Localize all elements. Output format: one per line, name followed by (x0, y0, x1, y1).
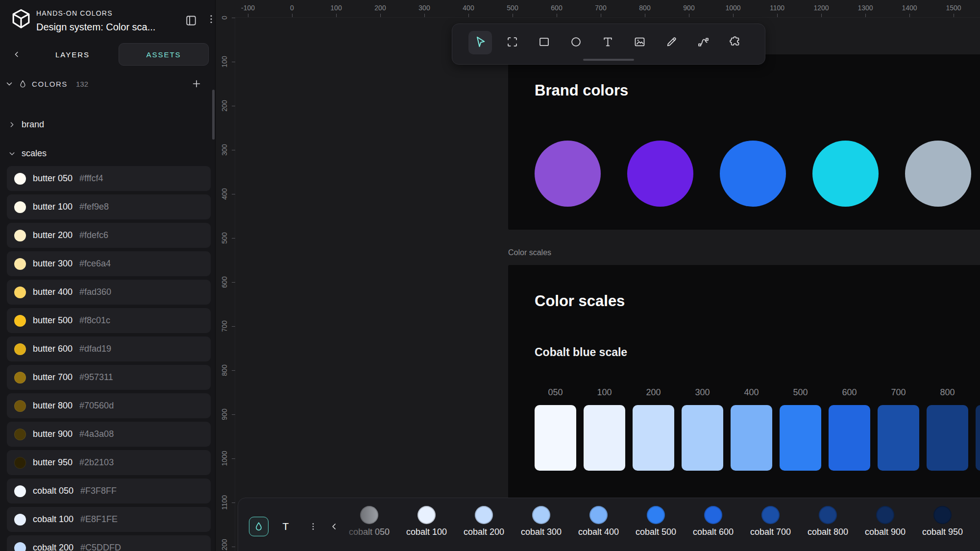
asset-color-item[interactable]: cobalt 100#E8F1FE (7, 507, 211, 532)
scale-step-label[interactable]: 400 (744, 387, 759, 398)
main-menu-icon[interactable] (205, 13, 217, 28)
colors-section-header[interactable]: COLORS 132 (5, 76, 211, 92)
move-tool[interactable] (468, 31, 492, 54)
scale-color-rect[interactable] (878, 405, 919, 471)
asset-color-item[interactable]: butter 050#fffcf4 (7, 166, 211, 191)
asset-color-item[interactable]: cobalt 050#F3F8FF (7, 479, 211, 503)
board-tool[interactable] (500, 31, 524, 54)
horizontal-ruler[interactable]: -100010020030040050060070080090010001100… (235, 0, 980, 18)
image-tool[interactable] (628, 31, 651, 54)
scale-color-rect[interactable] (976, 405, 980, 471)
tab-assets[interactable]: ASSETS (119, 43, 209, 66)
asset-color-item[interactable]: butter 300#fce6a4 (7, 251, 211, 276)
scale-color-rect[interactable] (535, 405, 576, 471)
scale-color-rect[interactable] (829, 405, 870, 471)
curve-icon (697, 35, 710, 50)
rectangle-tool[interactable] (532, 31, 556, 54)
file-title[interactable]: Design system: Color sca... (36, 22, 155, 33)
asset-color-item[interactable]: butter 700#957311 (7, 365, 211, 390)
scale-step-label[interactable]: 600 (842, 387, 857, 398)
color-name: butter 500 (33, 315, 73, 326)
plugins-tool[interactable] (723, 31, 747, 54)
scale-step-label[interactable]: 300 (695, 387, 710, 398)
pointer-icon (474, 35, 487, 50)
ruler-label: 1000 (220, 451, 228, 466)
color-name: butter 600 (33, 344, 73, 354)
pencil-tool[interactable] (660, 31, 683, 54)
asset-color-item[interactable]: butter 900#4a3a08 (7, 422, 211, 447)
scale-step-label[interactable]: 700 (891, 387, 906, 398)
ellipse-tool[interactable] (564, 31, 588, 54)
swatch-circle (819, 506, 837, 524)
palette-color-mode-button[interactable] (249, 517, 269, 536)
brand-color-circle[interactable] (720, 141, 786, 207)
color-hex-value: #fef9e8 (79, 202, 109, 212)
palette-swatch-item[interactable]: cobalt 500 (627, 506, 685, 537)
sidebar-scrollbar[interactable] (212, 90, 215, 140)
palette-swatch-item[interactable]: cobalt 100 (398, 506, 455, 537)
scale-step-label[interactable]: 800 (940, 387, 955, 398)
brand-color-circle[interactable] (627, 141, 693, 207)
text-tool[interactable] (596, 31, 619, 54)
add-color-icon[interactable] (190, 77, 203, 90)
palette-swatch-item[interactable]: cobalt 700 (742, 506, 799, 537)
scale-subtitle[interactable]: Cobalt blue scale (535, 346, 627, 359)
board-heading[interactable]: Brand colors (535, 82, 628, 99)
palette-swatch-item[interactable]: cobalt 050 (341, 506, 398, 537)
ruler-tick (232, 326, 235, 327)
scale-color-rect[interactable] (633, 405, 674, 471)
asset-color-item[interactable]: butter 100#fef9e8 (7, 194, 211, 219)
asset-color-item[interactable]: butter 200#fdefc6 (7, 223, 211, 248)
pages-icon[interactable] (184, 14, 198, 27)
palette-menu-icon[interactable] (303, 517, 323, 536)
penpot-logo-icon[interactable] (10, 8, 32, 30)
toolbar-drag-handle[interactable] (583, 59, 634, 61)
board-heading[interactable]: Color scales (535, 292, 625, 310)
collapse-sidebar-icon[interactable] (7, 44, 26, 65)
swatch-label: cobalt 600 (693, 527, 734, 537)
palette-swatch-item[interactable]: cobalt 300 (513, 506, 570, 537)
palette-swatch-item[interactable]: cobalt 800 (799, 506, 857, 537)
palette-swatch-item[interactable]: cobalt 950 (914, 506, 971, 537)
brand-color-circle[interactable] (905, 141, 971, 207)
canvas[interactable]: Brand colors Brand colors Color scales C… (216, 0, 980, 551)
asset-group-scales[interactable]: scales (8, 144, 47, 162)
palette-typography-button[interactable]: T (276, 517, 295, 536)
scale-color-rect[interactable] (731, 405, 772, 471)
color-name: cobalt 200 (33, 543, 74, 551)
board-name-label[interactable]: Color scales (508, 248, 551, 257)
palette-swatch-item[interactable]: cobalt 600 (685, 506, 742, 537)
vertical-ruler[interactable]: 0100200300400500600700800900100011001200 (216, 18, 235, 551)
ruler-tick (777, 14, 778, 17)
scale-color-rect[interactable] (682, 405, 723, 471)
ruler-tick (232, 458, 235, 459)
asset-color-item[interactable]: butter 950#2b2103 (7, 450, 211, 475)
scale-color-rect[interactable] (584, 405, 625, 471)
scale-step-label[interactable]: 050 (548, 387, 563, 398)
palette-swatch-item[interactable]: cobalt 400 (570, 506, 627, 537)
palette-swatch-item[interactable]: cobalt 900 (857, 506, 914, 537)
scale-color-rect[interactable] (927, 405, 968, 471)
droplet-icon (253, 521, 264, 532)
ruler-label: 300 (418, 4, 430, 12)
scale-step-label[interactable]: 500 (793, 387, 808, 398)
asset-group-brand[interactable]: brand (8, 116, 44, 133)
path-tool[interactable] (691, 31, 715, 54)
asset-color-item[interactable]: butter 600#dfad19 (7, 336, 211, 361)
swatch-circle (761, 506, 780, 524)
palette-scroll-left-icon[interactable] (324, 517, 344, 536)
asset-color-item[interactable]: butter 400#fad360 (7, 280, 211, 305)
asset-color-item[interactable]: cobalt 200#C5DDFD (7, 535, 211, 551)
scale-step-label[interactable]: 200 (646, 387, 661, 398)
asset-color-item[interactable]: butter 800#70560d (7, 393, 211, 418)
chevron-down-icon[interactable] (5, 79, 14, 88)
brand-color-circle[interactable] (535, 141, 601, 207)
asset-color-item[interactable]: butter 500#f8c01c (7, 308, 211, 333)
board-brand-colors[interactable]: Brand colors (508, 54, 980, 230)
brand-color-circle[interactable] (812, 141, 879, 207)
palette-swatch-item[interactable]: cobalt 200 (455, 506, 513, 537)
scale-color-rect[interactable] (780, 405, 821, 471)
tab-layers[interactable]: LAYERS (26, 50, 119, 59)
scale-step-label[interactable]: 100 (597, 387, 612, 398)
ruler-tick (821, 14, 822, 17)
